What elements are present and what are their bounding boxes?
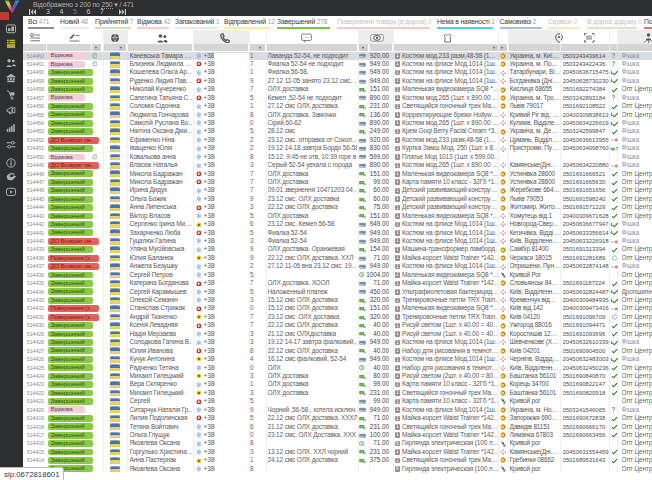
svg-text:?: ?: [615, 146, 618, 152]
